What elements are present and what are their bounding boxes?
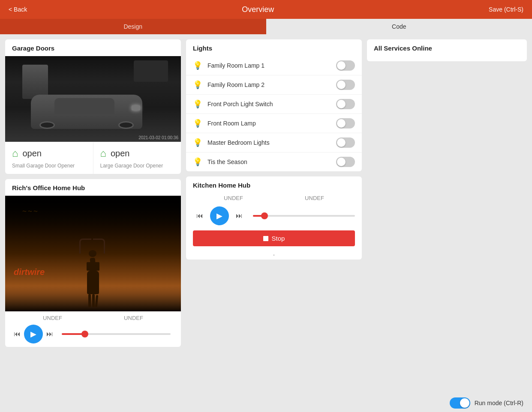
light-name-0: Family Room Lamp 1 (207, 62, 331, 69)
kitchen-player-controls: ⏮ ▶ ⏭ (186, 203, 362, 229)
small-garage-label: Small Garage Door Opener (12, 163, 75, 169)
kitchen-undef1: UNDEF (224, 195, 243, 201)
light-item: 💡 Master Bedroom Lights (186, 133, 362, 152)
light-toggle-3[interactable] (336, 118, 355, 128)
light-toggle-1[interactable] (336, 80, 355, 90)
main-content: Garage Doors (0, 34, 532, 397)
bulb-icon-0: 💡 (193, 61, 202, 70)
light-toggle-2[interactable] (336, 99, 355, 109)
light-item: 💡 Front Porch Light Switch (186, 95, 362, 114)
stop-label: Stop (272, 235, 285, 242)
tab-bar: Design Code (0, 19, 532, 34)
large-garage-label: Large Garage Door Opener (100, 163, 163, 169)
kitchen-dash: - (186, 250, 362, 260)
back-button[interactable]: < Back (9, 6, 27, 13)
bulb-icon-5: 💡 (193, 157, 202, 167)
office-player-controls: ⏮ ▶ ⏭ (5, 323, 181, 347)
kitchen-next-button[interactable]: ⏭ (232, 209, 246, 223)
page-title: Overview (242, 5, 274, 14)
tab-code[interactable]: Code (266, 19, 532, 34)
office-undef1: UNDEF (43, 315, 62, 321)
office-hub-title: Rich's Office Home Hub (5, 179, 181, 196)
kitchen-undef2: UNDEF (305, 195, 324, 201)
light-name-2: Front Porch Light Switch (207, 101, 331, 107)
office-prev-button[interactable]: ⏮ (10, 327, 24, 341)
kitchen-stop-button[interactable]: Stop (193, 230, 355, 246)
office-progress-fill (62, 333, 84, 335)
house-icon-small: ⌂ (12, 147, 18, 159)
kitchen-progress-bar[interactable] (253, 215, 355, 217)
services-title: All Services Online (367, 39, 527, 56)
tab-design[interactable]: Design (0, 19, 266, 34)
kitchen-hub-card: Kitchen Home Hub UNDEF UNDEF ⏮ ▶ ⏭ Stop … (186, 176, 362, 260)
header: < Back Overview Save (Ctrl-S) (0, 0, 532, 19)
bulb-icon-1: 💡 (193, 80, 202, 90)
light-name-3: Front Room Lamp (207, 120, 331, 127)
run-mode-label: Run mode (Ctrl-R) (475, 400, 523, 406)
office-progress-bar[interactable] (62, 333, 171, 335)
album-art: dirtwire 〜 〜 〜 (5, 196, 181, 311)
kitchen-prev-button[interactable]: ⏮ (193, 209, 207, 223)
lights-title: Lights (186, 39, 362, 56)
kitchen-progress-thumb (261, 212, 268, 219)
bottom-bar: Run mode (Ctrl-R) (441, 394, 532, 412)
garage-doors-card: Garage Doors (5, 39, 181, 174)
house-icon-large: ⌂ (100, 147, 107, 159)
office-undef-row: UNDEF UNDEF (5, 311, 181, 323)
light-name-5: Tis the Season (207, 158, 331, 165)
garage-doors-status-row: ⌂ open Small Garage Door Opener ⌂ open L… (5, 142, 181, 174)
light-item: 💡 Family Room Lamp 2 (186, 75, 362, 95)
garage-doors-title: Garage Doors (5, 39, 181, 56)
light-item: 💡 Tis the Season (186, 152, 362, 171)
light-name-1: Family Room Lamp 2 (207, 81, 331, 88)
stop-icon (263, 236, 268, 241)
office-next-button[interactable]: ⏭ (43, 327, 57, 341)
kitchen-play-button[interactable]: ▶ (210, 206, 229, 225)
office-progress-thumb (81, 331, 88, 337)
services-card: All Services Online (367, 39, 527, 61)
kitchen-undef-row: UNDEF UNDEF (186, 193, 362, 203)
office-hub-card: Rich's Office Home Hub (5, 179, 181, 347)
large-garage-door[interactable]: ⌂ open Large Garage Door Opener (93, 142, 181, 174)
small-garage-status: open (23, 149, 42, 158)
office-undef2: UNDEF (124, 315, 143, 321)
run-mode-toggle[interactable] (450, 397, 470, 409)
bulb-icon-2: 💡 (193, 99, 202, 109)
save-button[interactable]: Save (Ctrl-S) (489, 6, 523, 13)
bulb-icon-4: 💡 (193, 138, 202, 147)
light-toggle-0[interactable] (336, 60, 355, 71)
light-toggle-5[interactable] (336, 157, 355, 167)
album-artist: dirtwire (14, 267, 45, 277)
light-item: 💡 Family Room Lamp 1 (186, 56, 362, 75)
light-item: 💡 Front Room Lamp (186, 114, 362, 133)
mid-column: Lights 💡 Family Room Lamp 1 💡 Family Roo… (186, 39, 362, 391)
left-column: Garage Doors (5, 39, 181, 391)
garage-timestamp: 2021-03-02 01:00:36 (138, 135, 178, 140)
light-toggle-4[interactable] (336, 137, 355, 148)
large-garage-status: open (111, 149, 130, 158)
small-garage-door[interactable]: ⌂ open Small Garage Door Opener (5, 142, 93, 174)
light-name-4: Master Bedroom Lights (207, 139, 331, 146)
garage-camera-feed: 2021-03-02 01:00:36 (5, 56, 181, 142)
bulb-icon-3: 💡 (193, 119, 202, 128)
right-column: All Services Online (367, 39, 527, 391)
lights-card: Lights 💡 Family Room Lamp 1 💡 Family Roo… (186, 39, 362, 171)
office-play-button[interactable]: ▶ (24, 325, 43, 343)
kitchen-hub-title: Kitchen Home Hub (186, 176, 362, 193)
